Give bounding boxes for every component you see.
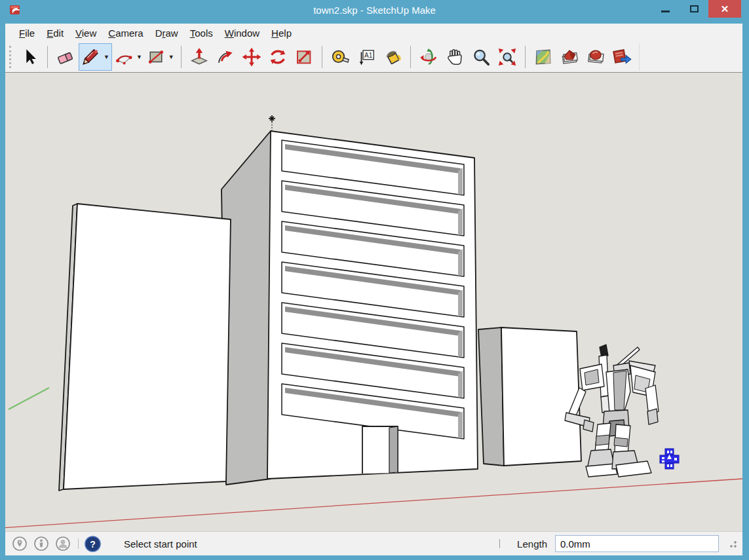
scale-icon [294,47,314,67]
toolbar: ▼ ▼ ▼ [5,42,742,73]
line-tool-button[interactable]: ▼ [79,43,112,71]
move-tool-button[interactable] [239,43,265,71]
push-pull-tool-button[interactable] [186,43,212,71]
follow-me-tool-button[interactable] [212,43,239,71]
viewport-canvas[interactable] [5,73,742,531]
toolbar-endcap [639,43,640,71]
rotate-tool-button[interactable] [265,43,291,71]
zoom-tool-button[interactable] [468,43,494,71]
eraser-icon [56,47,75,67]
toolbar-separator [525,46,526,68]
zoom-extents-tool-button[interactable] [494,43,520,71]
pan-hand-icon [445,47,465,67]
building-left [59,204,231,491]
rectangle-dropdown-arrow[interactable]: ▼ [168,54,174,60]
menu-item-tools[interactable]: Tools [184,26,219,41]
photo-textures-button[interactable] [583,43,609,71]
arc-dropdown-arrow[interactable]: ▼ [136,54,142,60]
pan-tool-button[interactable] [442,43,468,71]
menu-item-help[interactable]: Help [265,26,298,41]
rectangle-tool-button[interactable]: ▼ [144,43,176,71]
credits-icon[interactable] [33,536,49,551]
select-arrow-icon [20,48,39,66]
menu-item-edit[interactable]: Edit [41,26,69,41]
toggle-terrain-button[interactable] [556,43,583,71]
push-pull-icon [189,47,209,67]
window-frame: FileEditViewCameraDrawToolsWindowHelp [0,24,749,560]
toolbar-separator [410,46,411,68]
line-dropdown-arrow[interactable]: ▼ [104,54,109,60]
orbit-icon [419,47,438,67]
inference-marker [269,115,275,130]
length-label: Length [517,538,547,550]
share-model-icon [612,47,632,67]
sketchup-window: town2.skp - SketchUp Make ✕ FileEditView… [0,0,749,560]
zoom-icon [471,47,491,67]
eraser-tool-button[interactable] [52,43,79,71]
building-center [221,131,478,485]
move-icon [242,47,261,67]
share-model-button[interactable] [609,43,635,71]
scale-tool-button[interactable] [291,43,317,71]
blue-move-cursor [660,449,679,469]
sign-in-icon[interactable] [55,536,71,551]
svg-text:?: ? [90,538,96,549]
paint-bucket-icon [383,47,402,67]
menu-item-camera[interactable]: Camera [102,26,149,41]
toolbar-separator [181,46,182,68]
arc-tool-button[interactable]: ▼ [112,43,144,71]
photo-textures-icon [586,47,605,67]
building-right [478,327,581,466]
resize-grip[interactable] [728,539,737,548]
menu-item-draw[interactable]: Draw [149,26,184,41]
paint-bucket-tool-button[interactable] [379,43,406,71]
svg-text:A1: A1 [364,52,373,59]
tape-measure-icon [330,47,350,67]
geolocation-icon[interactable] [12,536,28,551]
toolbar-separator [47,46,48,68]
text-tool-button[interactable]: A1 [353,43,379,71]
toggle-terrain-icon [560,47,579,67]
measurement-zone: Length [499,535,737,552]
viewport [5,73,742,531]
rotate-icon [268,47,288,67]
status-message: Select start point [124,538,197,550]
status-separator [78,538,79,549]
select-tool-button[interactable] [16,43,43,71]
tape-measure-tool-button[interactable] [327,43,353,71]
rectangle-icon [146,47,166,67]
help-icon[interactable]: ? [85,536,101,552]
menu-item-file[interactable]: File [13,26,41,41]
title-bar: town2.skp - SketchUp Make ✕ [0,0,749,24]
text-icon: A1 [356,47,376,67]
menu-bar: FileEditViewCameraDrawToolsWindowHelp [5,24,742,42]
length-input[interactable] [555,535,719,552]
add-location-button[interactable] [530,43,556,71]
toolbar-separator [322,46,322,68]
menu-item-window[interactable]: Window [219,26,265,41]
green-axis [9,388,49,409]
window-title: town2.skp - SketchUp Make [0,5,749,16]
pencil-line-icon [81,47,101,67]
orbit-tool-button[interactable] [415,43,442,71]
zoom-extents-icon [497,47,517,67]
add-location-map-icon [533,47,553,67]
measurement-separator [499,539,500,548]
follow-me-icon [216,47,235,67]
arc-icon [114,47,134,67]
status-bar: ? Select start point Length [5,531,742,555]
toolbar-grip[interactable] [9,46,11,68]
menu-item-view[interactable]: View [69,26,102,41]
